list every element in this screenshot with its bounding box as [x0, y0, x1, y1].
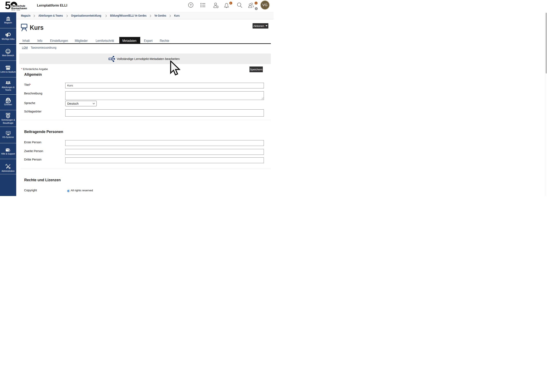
svg-text:1975 – 2025: 1975 – 2025 — [11, 9, 20, 11]
svg-text:?: ? — [9, 150, 10, 151]
svg-text:?: ? — [190, 3, 192, 7]
svg-text:5: 5 — [5, 1, 11, 11]
svg-text:!: ! — [217, 6, 218, 8]
